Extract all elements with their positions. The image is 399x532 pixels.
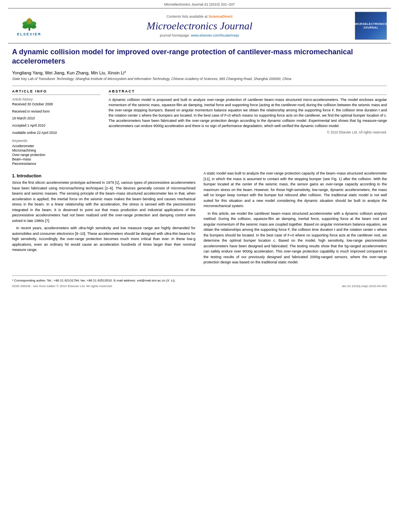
available-date: Available online 22 April 2010 — [12, 131, 101, 136]
body-left-column: 1. Introduction Since the first silicon … — [12, 171, 195, 267]
abstract-column: Abstract A dynamic collision model is pr… — [109, 89, 387, 166]
footer-bottom: 0026-2692/$ - see front matter © 2010 El… — [12, 284, 387, 288]
homepage-prefix: journal homepage: — [160, 33, 190, 37]
footnote-text: * Corresponding author. Tel.: +86 21 621… — [12, 278, 387, 283]
page: Microelectronics Journal 41 (2010) 331–3… — [0, 0, 399, 532]
journal-logo-text: MICROELECTRONICSJOURNAL — [354, 22, 387, 29]
article-info-header: Article Info — [12, 89, 101, 95]
body-right-column: A static model was built to analyze the … — [204, 171, 387, 267]
sciencedirect-link[interactable]: ScienceDirect — [209, 14, 233, 18]
elsevier-logo: ELSEVIER — [12, 14, 46, 38]
revised-label: Received in revised form — [12, 109, 101, 114]
keywords-section: Keywords: Accelerometer Micromachining O… — [12, 139, 101, 166]
svg-point-5 — [22, 25, 27, 29]
divider-1 — [12, 86, 387, 86]
footer-issn: 0026-2692/$ - see front matter © 2010 El… — [12, 284, 113, 288]
copyright-line: © 2010 Elsevier Ltd. All rights reserved… — [109, 130, 387, 134]
intro-paragraph-1: Since the first silicon accelerometer pr… — [12, 180, 195, 224]
keyword-2: Micromachining — [12, 148, 101, 152]
affiliation: State Key Lab of Transducer Technology, … — [12, 77, 387, 82]
accepted-date: Accepted 1 April 2010 — [12, 123, 101, 128]
article-area: A dynamic collision model for improved o… — [0, 43, 399, 271]
journal-reference: Microelectronics Journal 41 (2010) 331–3… — [0, 0, 399, 8]
homepage-url[interactable]: www.elsevier.com/locate/mejo — [191, 33, 239, 37]
keyword-5: Piezoresistance — [12, 162, 101, 166]
right-paragraph-2: In this article, we model the cantilever… — [204, 211, 387, 265]
intro-section-label: Introduction — [17, 173, 41, 178]
keyword-4: Beam–mass — [12, 157, 101, 161]
journal-title: Microelectronics Journal — [52, 20, 347, 32]
article-title: A dynamic collision model for improved o… — [12, 47, 387, 66]
intro-section-number: 1. — [12, 173, 16, 178]
journal-logo-area: MICROELECTRONICSJOURNAL — [347, 12, 387, 40]
footer-area: * Corresponding author. Tel.: +86 21 621… — [12, 275, 387, 288]
keyword-1: Accelerometer — [12, 144, 101, 148]
keywords-label: Keywords: — [12, 139, 101, 143]
svg-point-7 — [28, 18, 31, 21]
journal-homepage: journal homepage: www.elsevier.com/locat… — [52, 33, 347, 37]
svg-point-6 — [31, 25, 36, 29]
abstract-header: Abstract — [109, 89, 387, 95]
journal-logo-box: MICROELECTRONICSJOURNAL — [355, 12, 387, 40]
authors-line: Yongliang Yang, Wei Jiang, Kun Zhang, Mi… — [12, 70, 387, 75]
intro-paragraph-2: In recent years, accelerometers with ult… — [12, 226, 195, 253]
history-label: Article history: — [12, 97, 101, 101]
footer-doi: doi:10.1016/j.mejo.2010.04.002 — [342, 284, 387, 288]
right-paragraph-1: A static model was built to analyze the … — [204, 171, 387, 209]
elsevier-tree-icon — [19, 15, 39, 31]
contents-available-line: Contents lists available at ScienceDirec… — [52, 14, 347, 18]
abstract-text: A dynamic collision model is proposed an… — [109, 97, 387, 129]
body-columns: 1. Introduction Since the first silicon … — [12, 171, 387, 267]
elsevier-logo-area: ELSEVIER — [12, 14, 52, 38]
contents-text: Contents lists available at — [167, 14, 208, 18]
received-date: Received 30 October 2008 — [12, 102, 101, 107]
elsevier-label: ELSEVIER — [17, 32, 41, 36]
keyword-3: Over-range protection — [12, 153, 101, 157]
journal-header-center: Contents lists available at ScienceDirec… — [52, 14, 347, 37]
svg-rect-8 — [28, 20, 31, 23]
journal-header: ELSEVIER Contents lists available at Sci… — [8, 8, 391, 43]
article-info-column: Article Info Article history: Received 3… — [12, 89, 101, 166]
intro-section-title: 1. Introduction — [12, 173, 195, 178]
info-abstract-columns: Article Info Article history: Received 3… — [12, 89, 387, 166]
right-col-body-text: A static model was built to analyze the … — [204, 171, 387, 265]
revised-date: 19 March 2010 — [12, 116, 101, 121]
intro-body-text: Since the first silicon accelerometer pr… — [12, 180, 195, 253]
